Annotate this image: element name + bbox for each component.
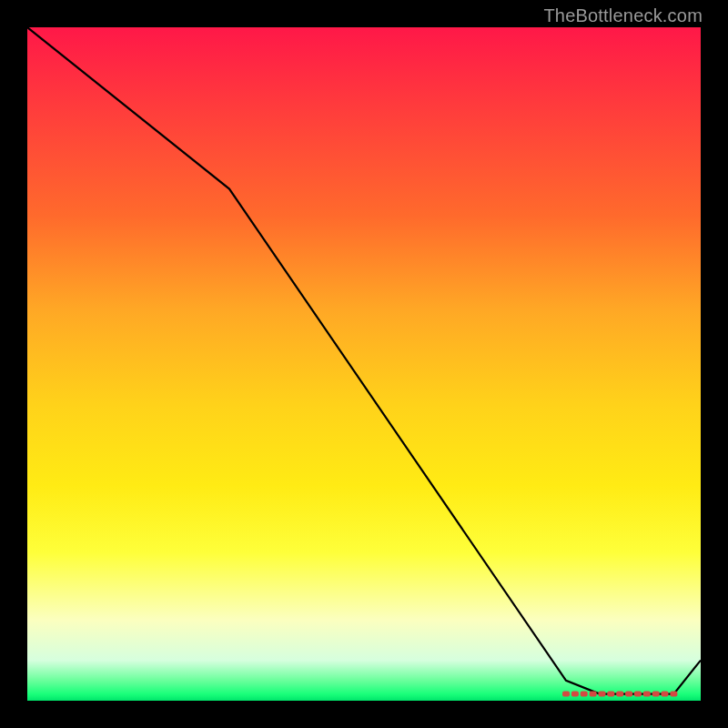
plot-area: [27, 27, 701, 701]
attribution-text: TheBottleneck.com: [543, 5, 703, 26]
chart-frame: { "attribution": "TheBottleneck.com", "c…: [0, 0, 728, 728]
